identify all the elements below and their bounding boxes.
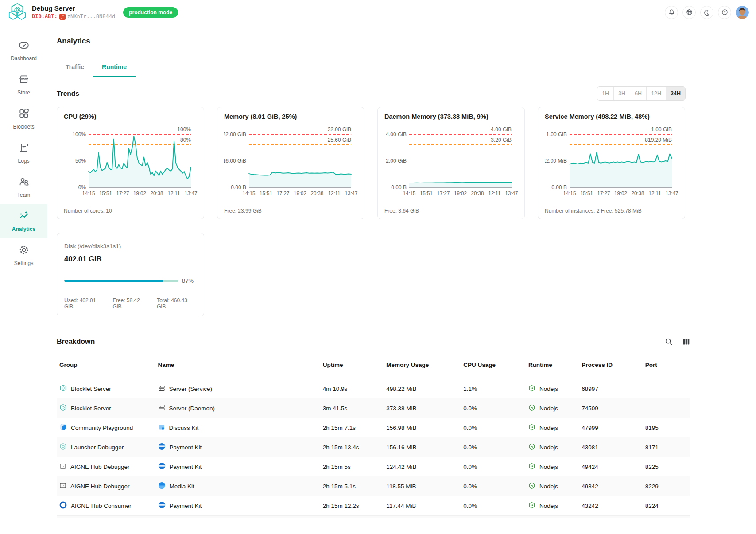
cell-group: AIGNE Hub Debugger: [57, 457, 158, 476]
svg-text:15:51: 15:51: [420, 191, 433, 196]
cell-cpu: 1.1%: [463, 379, 528, 398]
svg-text:19:02: 19:02: [294, 191, 306, 196]
table-row[interactable]: AIGNE Hub DebuggerPayment Kit2h 15m 5s12…: [57, 457, 690, 476]
table-row[interactable]: Launcher DebuggerPayment Kit2h 15m 13.4s…: [57, 437, 690, 457]
tab-traffic[interactable]: Traffic: [57, 57, 93, 77]
nodejs-icon: [528, 424, 535, 432]
time-range-3h[interactable]: 3H: [613, 87, 630, 100]
svg-text:14:15: 14:15: [82, 191, 95, 196]
svg-text:4.00 GiB: 4.00 GiB: [386, 131, 407, 137]
cell-runtime: Nodejs: [528, 457, 582, 476]
disk-used: Used: 402.01 GiB: [64, 297, 105, 310]
app-logo-icon[interactable]: [7, 2, 27, 23]
svg-text:13:47: 13:47: [345, 191, 358, 196]
sidebar-item-logs[interactable]: Logs: [0, 136, 47, 170]
cell-uptime: 2h 15m 7.1s: [323, 418, 387, 437]
chart-plot: 4.00 GiB2.00 GiB0.00 B4.00 GiB3.20 GiB14…: [384, 120, 518, 206]
svg-text:20:38: 20:38: [151, 191, 163, 196]
did-row[interactable]: DID:ABT: zNKnTr...8N844d: [32, 13, 115, 20]
language-globe-icon[interactable]: [682, 6, 696, 19]
svg-text:4.00 GiB: 4.00 GiB: [491, 126, 512, 133]
table-row[interactable]: AIGNE Hub DebuggerMedia Kit2h 15m 5.1s11…: [57, 476, 690, 496]
svg-text:15:51: 15:51: [260, 191, 272, 196]
sidebar-item-team[interactable]: Team: [0, 170, 47, 204]
cell-port: 8229: [645, 476, 690, 496]
sidebar-item-blocklets[interactable]: Blocklets: [0, 101, 47, 136]
analytics-icon: [18, 210, 30, 223]
column-header-cpu-usage[interactable]: CPU Usage: [463, 358, 528, 379]
user-avatar[interactable]: [736, 6, 749, 19]
cell-pid: 47999: [582, 418, 645, 437]
sidebar-item-dashboard[interactable]: Dashboard: [0, 33, 47, 67]
disk-card: Disk (/dev/disk3s1s1) 402.01 GiB 87% Use…: [57, 233, 204, 316]
sidebar: DashboardStoreBlockletsLogsTeamAnalytics…: [0, 24, 47, 518]
time-range-24h[interactable]: 24H: [666, 87, 685, 100]
svg-text:20:38: 20:38: [311, 191, 324, 196]
column-header-process-id[interactable]: Process ID: [582, 358, 645, 379]
svg-text:20:38: 20:38: [632, 191, 644, 196]
columns-icon[interactable]: [682, 338, 690, 346]
time-range-6h[interactable]: 6H: [630, 87, 646, 100]
column-header-name[interactable]: Name: [158, 358, 323, 379]
sidebar-item-settings[interactable]: Settings: [0, 238, 47, 272]
cell-memory: 117.44 MiB: [386, 496, 463, 515]
cell-name: Payment Kit: [158, 496, 323, 515]
table-row-partial: [57, 515, 690, 518]
sidebar-item-label: Blocklets: [13, 124, 34, 130]
cell-group: Blocklet Server: [57, 379, 158, 398]
cell-runtime: Nodejs: [528, 418, 582, 437]
svg-text:12:11: 12:11: [488, 191, 501, 196]
help-question-icon[interactable]: ?: [718, 6, 731, 19]
svg-text:17:27: 17:27: [116, 191, 129, 196]
table-row[interactable]: Blocklet ServerServer (Daemon)3m 41.5s37…: [57, 398, 690, 418]
did-value: zNKnTr...8N844d: [67, 13, 115, 20]
trend-card-1: Memory (8.01 GiB, 25%)32.00 GiB16.00 GiB…: [217, 107, 364, 219]
column-header-memory-usage[interactable]: Memory Usage: [386, 358, 463, 379]
sidebar-item-analytics[interactable]: Analytics: [0, 204, 47, 238]
svg-text:2.00 GiB: 2.00 GiB: [386, 158, 407, 164]
cell-memory: 124.42 MiB: [386, 457, 463, 476]
disk-usage-bar-fill: [64, 280, 163, 282]
blocklets-icon: [18, 108, 30, 121]
svg-text:12:11: 12:11: [649, 191, 661, 196]
table-row[interactable]: AIGNE Hub ConsumerPayment Kit2h 15m 12.2…: [57, 496, 690, 515]
server-icon: [158, 404, 165, 413]
sidebar-item-label: Settings: [14, 260, 33, 266]
tab-runtime[interactable]: Runtime: [93, 57, 136, 77]
svg-text:80%: 80%: [180, 137, 191, 143]
svg-text:1.00 GiB: 1.00 GiB: [546, 131, 567, 137]
column-header-port[interactable]: Port: [645, 358, 690, 379]
table-row[interactable]: Blocklet ServerServer (Service)4m 10.9s4…: [57, 379, 690, 398]
notifications-bell-icon[interactable]: [665, 6, 678, 19]
cell-port: [645, 398, 690, 418]
dark-mode-moon-icon[interactable]: [700, 6, 713, 19]
svg-text:14:15: 14:15: [403, 191, 416, 196]
cell-group: AIGNE Hub Debugger: [57, 476, 158, 496]
dashboard-icon: [18, 39, 30, 53]
cell-memory: 498.22 MiB: [386, 379, 463, 398]
column-header-uptime[interactable]: Uptime: [323, 358, 387, 379]
time-range-1h[interactable]: 1H: [597, 87, 613, 100]
column-header-group[interactable]: Group: [57, 358, 158, 379]
search-icon[interactable]: [665, 338, 673, 346]
nodejs-icon: [528, 385, 535, 393]
cell-name: Discuss Kit: [158, 418, 323, 437]
svg-text:1.00 GiB: 1.00 GiB: [651, 126, 672, 133]
svg-text:13:47: 13:47: [505, 191, 518, 196]
page-title: Analytics: [57, 37, 756, 46]
cell-group: Launcher Debugger: [57, 437, 158, 457]
chart-footer: Free: 3.64 GiB: [384, 208, 518, 214]
time-range-12h[interactable]: 12H: [646, 87, 666, 100]
table-row[interactable]: Community PlaygroundDiscuss Kit2h 15m 7.…: [57, 418, 690, 437]
store-icon: [18, 74, 30, 87]
svg-text:15:51: 15:51: [580, 191, 593, 196]
sidebar-item-store[interactable]: Store: [0, 67, 47, 101]
nodejs-icon: [528, 482, 535, 491]
sidebar-item-label: Dashboard: [11, 55, 37, 62]
column-header-runtime[interactable]: Runtime: [528, 358, 582, 379]
svg-text:16.00 GiB: 16.00 GiB: [224, 158, 246, 164]
sidebar-item-label: Store: [17, 90, 30, 96]
cell-port: 8171: [645, 437, 690, 457]
blue-ring-icon: [59, 501, 67, 510]
cell-pid: 74509: [582, 398, 645, 418]
